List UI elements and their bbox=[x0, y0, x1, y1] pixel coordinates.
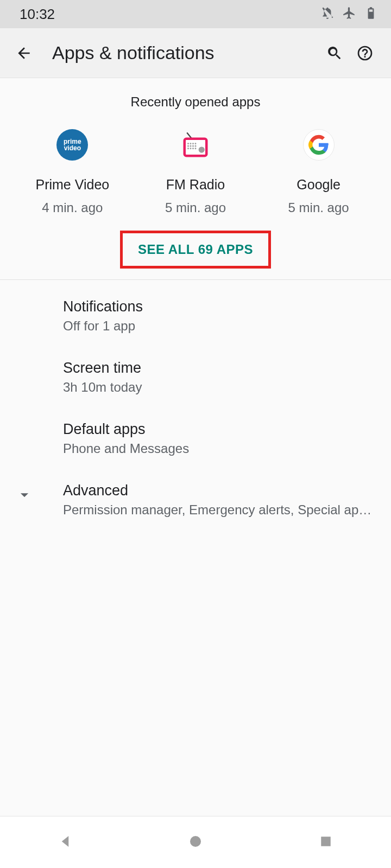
nav-home-button[interactable] bbox=[187, 833, 204, 852]
see-all-wrap: SEE ALL 69 APPS bbox=[0, 224, 391, 280]
status-icons bbox=[320, 6, 378, 22]
recent-header: Recently opened apps bbox=[0, 78, 391, 123]
recent-apps-row: primevideo Prime Video 4 min. ago FM Rad… bbox=[0, 123, 391, 224]
settings-item-title: Default apps bbox=[63, 421, 376, 438]
recent-section: Recently opened apps primevideo Prime Vi… bbox=[0, 78, 391, 280]
page-title: Apps & notifications bbox=[52, 42, 319, 63]
recent-app-name: Google bbox=[297, 177, 340, 193]
settings-item-title: Notifications bbox=[63, 298, 376, 315]
svg-point-4 bbox=[190, 143, 192, 144]
settings-item-screen-time[interactable]: Screen time 3h 10m today bbox=[0, 347, 391, 408]
svg-point-6 bbox=[195, 143, 197, 144]
svg-point-11 bbox=[187, 148, 189, 149]
nav-recents-button[interactable] bbox=[318, 833, 334, 852]
help-icon bbox=[356, 44, 374, 62]
back-button[interactable] bbox=[11, 40, 37, 66]
help-button[interactable] bbox=[350, 38, 380, 68]
recent-app-fm-radio[interactable]: FM Radio 5 min. ago bbox=[141, 129, 250, 215]
recent-app-name: Prime Video bbox=[35, 177, 109, 193]
app-bar: Apps & notifications bbox=[0, 28, 391, 78]
svg-point-3 bbox=[187, 143, 189, 144]
recent-app-time: 4 min. ago bbox=[42, 200, 103, 215]
battery-icon bbox=[364, 6, 378, 22]
recent-app-google[interactable]: Google 5 min. ago bbox=[264, 129, 373, 215]
circle-home-icon bbox=[187, 833, 204, 850]
see-all-apps-button[interactable]: SEE ALL 69 APPS bbox=[120, 231, 271, 269]
svg-point-9 bbox=[192, 145, 194, 147]
recent-app-prime-video[interactable]: primevideo Prime Video 4 min. ago bbox=[18, 129, 127, 215]
settings-item-default-apps[interactable]: Default apps Phone and Messages bbox=[0, 408, 391, 469]
expand-more-icon bbox=[15, 486, 34, 506]
svg-point-15 bbox=[190, 836, 201, 847]
settings-item-subtitle: Off for 1 app bbox=[63, 318, 376, 334]
prime-video-icon: primevideo bbox=[56, 129, 88, 161]
search-button[interactable] bbox=[319, 38, 350, 68]
settings-item-subtitle: Phone and Messages bbox=[63, 441, 376, 456]
settings-item-notifications[interactable]: Notifications Off for 1 app bbox=[0, 285, 391, 347]
svg-point-10 bbox=[195, 145, 197, 147]
search-icon bbox=[326, 44, 343, 62]
svg-point-2 bbox=[199, 146, 205, 152]
svg-point-8 bbox=[190, 145, 192, 147]
airplane-icon bbox=[342, 6, 356, 22]
svg-point-14 bbox=[195, 148, 197, 149]
clock: 10:32 bbox=[20, 6, 55, 23]
svg-point-7 bbox=[187, 145, 189, 147]
settings-item-title: Screen time bbox=[63, 360, 376, 376]
recent-app-time: 5 min. ago bbox=[165, 200, 226, 215]
settings-list: Notifications Off for 1 app Screen time … bbox=[0, 280, 391, 531]
navigation-bar bbox=[0, 816, 391, 868]
svg-point-13 bbox=[192, 148, 194, 149]
svg-point-5 bbox=[192, 143, 194, 144]
recent-app-name: FM Radio bbox=[166, 177, 225, 193]
triangle-back-icon bbox=[57, 833, 73, 850]
square-recents-icon bbox=[318, 833, 334, 850]
nav-back-button[interactable] bbox=[57, 833, 73, 852]
svg-rect-16 bbox=[321, 837, 331, 846]
arrow-back-icon bbox=[15, 44, 33, 62]
settings-item-subtitle: Permission manager, Emergency alerts, Sp… bbox=[63, 502, 376, 518]
status-bar: 10:32 bbox=[0, 0, 391, 28]
dnd-off-icon bbox=[320, 6, 335, 22]
fm-radio-icon bbox=[180, 129, 211, 161]
recent-app-time: 5 min. ago bbox=[288, 200, 349, 215]
settings-item-title: Advanced bbox=[63, 482, 376, 499]
settings-item-subtitle: 3h 10m today bbox=[63, 380, 376, 395]
svg-point-12 bbox=[190, 148, 192, 149]
google-icon bbox=[303, 129, 335, 161]
settings-item-advanced[interactable]: Advanced Permission manager, Emergency a… bbox=[0, 469, 391, 531]
